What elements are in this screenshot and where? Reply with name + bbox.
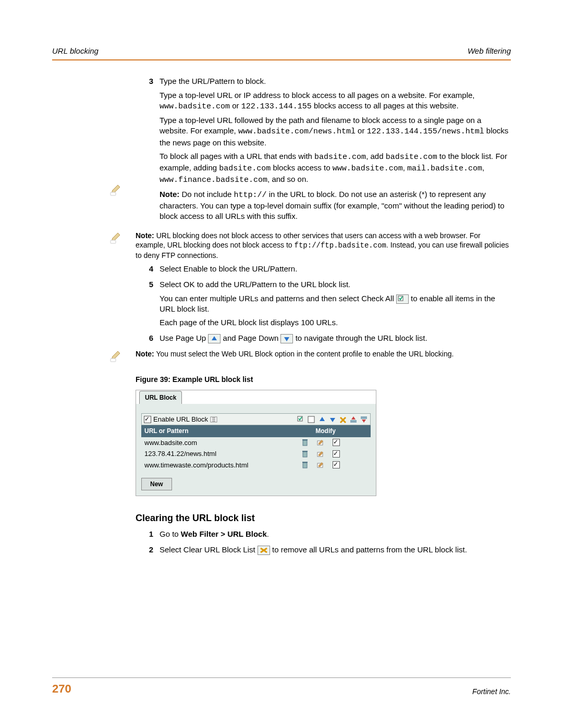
delete-icon[interactable] xyxy=(301,461,310,468)
delete-icon[interactable] xyxy=(301,439,310,446)
step-5-line-3: Each page of the URL block list displays… xyxy=(160,317,511,328)
svg-marker-4 xyxy=(284,337,289,341)
header-right: Web filtering xyxy=(468,46,511,56)
row-enable-checkbox[interactable] xyxy=(333,450,340,458)
header-left: URL blocking xyxy=(52,46,99,56)
step-6-text: Use Page Up and Page Down to navigate th… xyxy=(160,333,511,343)
step-3-line-3: Type a top-level URL followed by the pat… xyxy=(160,115,511,148)
svg-rect-1 xyxy=(111,240,116,243)
clear-step-1-number: 1 xyxy=(136,529,160,542)
step-3-line-1: Type the URL/Pattern to block. xyxy=(160,76,511,87)
new-button[interactable]: New xyxy=(141,478,172,490)
svg-rect-0 xyxy=(111,192,116,195)
step-5-line-1: Select OK to add the URL/Pattern to the … xyxy=(160,279,511,290)
enable-url-block-label: Enable URL Block xyxy=(153,415,208,424)
clear-list-icon[interactable] xyxy=(339,416,347,423)
url-block-panel: URL Block Enable URL Block xyxy=(136,390,376,497)
step-5-line-2: You can enter multiple URLs and patterns… xyxy=(160,293,511,315)
svg-marker-12 xyxy=(351,416,356,419)
edit-list-icon[interactable] xyxy=(210,416,218,423)
step-6-number: 6 xyxy=(136,333,160,347)
clear-step-1-text: Go to Web Filter > URL Block. xyxy=(160,529,511,539)
svg-rect-22 xyxy=(302,462,308,463)
table-row: www.timewaste.com/products.html xyxy=(141,460,371,471)
step-5-number: 5 xyxy=(136,279,160,331)
svg-rect-5 xyxy=(111,359,116,362)
note-pencil-icon xyxy=(109,231,136,247)
edit-icon[interactable] xyxy=(317,450,325,458)
step-4-text: Select Enable to block the URL/Pattern. xyxy=(160,264,511,274)
svg-rect-8 xyxy=(308,416,314,423)
step-3-note-2: Note: URL blocking does not block access… xyxy=(136,231,511,261)
step-3-number: 3 xyxy=(136,76,160,225)
col-url-pattern: URL or Pattern xyxy=(141,425,280,437)
svg-marker-14 xyxy=(362,419,366,423)
page-down-icon[interactable] xyxy=(328,416,337,423)
page-up-icon[interactable] xyxy=(318,416,326,423)
step-6-note: Note: You must select the Web URL Block … xyxy=(136,349,511,359)
page-up-icon xyxy=(208,334,221,343)
tab-url-block[interactable]: URL Block xyxy=(139,391,182,404)
clear-step-2-number: 2 xyxy=(136,545,160,558)
row-enable-checkbox[interactable] xyxy=(333,461,340,468)
table-row: www.badsite.com xyxy=(141,437,371,449)
svg-rect-11 xyxy=(350,420,357,423)
svg-rect-19 xyxy=(302,451,308,452)
svg-marker-9 xyxy=(320,417,325,421)
row-enable-checkbox[interactable] xyxy=(333,439,340,446)
svg-marker-3 xyxy=(212,336,217,340)
step-4-number: 4 xyxy=(136,264,160,277)
clear-list-icon xyxy=(258,546,270,555)
download-icon[interactable] xyxy=(360,416,368,423)
edit-icon[interactable] xyxy=(317,439,325,446)
svg-rect-21 xyxy=(303,463,307,468)
table-row: 123.78.41.22/news.html xyxy=(141,448,371,460)
step-3-note-1: Note: Do not include http:// in the URL … xyxy=(160,189,511,222)
upload-icon[interactable] xyxy=(349,416,358,423)
svg-rect-13 xyxy=(361,416,367,419)
page-number: 270 xyxy=(52,681,71,697)
check-all-icon[interactable] xyxy=(297,416,305,423)
uncheck-all-icon[interactable] xyxy=(308,416,316,423)
footer-company: Fortinet Inc. xyxy=(472,687,511,697)
step-3-line-2: Type a top-level URL or IP address to bl… xyxy=(160,90,511,113)
figure-caption: Figure 39: Example URL block list xyxy=(136,375,511,385)
delete-icon[interactable] xyxy=(301,450,310,458)
clear-step-2-text: Select Clear URL Block List to remove al… xyxy=(160,545,511,555)
section-clearing-title: Clearing the URL block list xyxy=(136,512,511,524)
enable-url-block-checkbox[interactable] xyxy=(144,416,151,423)
check-all-icon xyxy=(396,294,409,304)
note-pencil-icon xyxy=(109,183,136,199)
step-3-line-4: To block all pages with a URL that ends … xyxy=(160,151,511,186)
svg-marker-10 xyxy=(330,418,335,422)
svg-rect-18 xyxy=(303,452,307,457)
note-pencil-icon xyxy=(109,349,136,365)
edit-icon[interactable] xyxy=(317,461,325,468)
svg-rect-16 xyxy=(302,439,308,440)
svg-rect-15 xyxy=(303,440,307,446)
col-modify: Modify xyxy=(280,425,371,437)
page-down-icon xyxy=(280,334,293,343)
